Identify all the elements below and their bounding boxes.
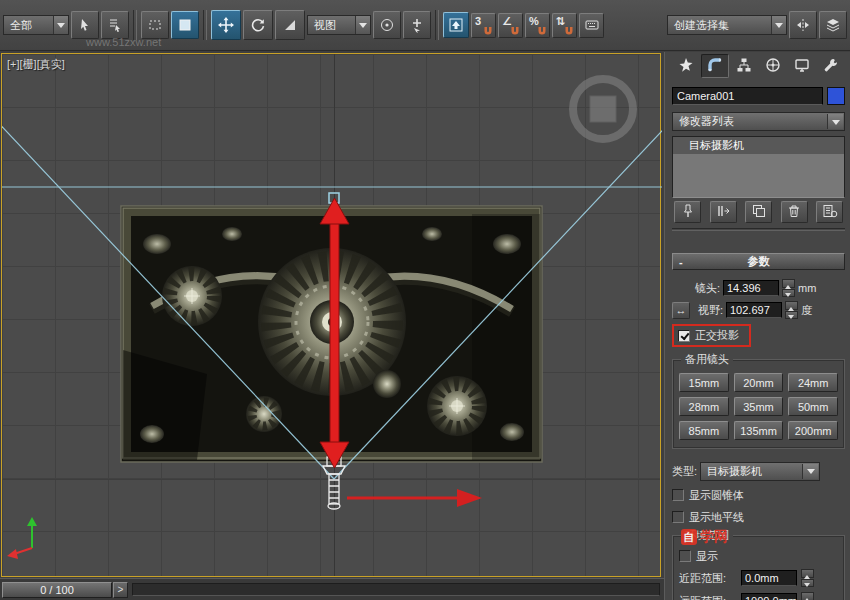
time-slider-handle[interactable]: 0 / 100	[2, 582, 112, 598]
percent-snap-button[interactable]: %	[525, 13, 550, 38]
show-horizon-checkbox[interactable]	[672, 511, 684, 523]
orthographic-checkbox[interactable]	[678, 330, 690, 342]
modifier-stack-buttons	[672, 200, 845, 224]
show-horizon-row: 显示地平线	[672, 509, 845, 525]
modify-pipe-icon	[707, 57, 723, 75]
pin-stack-button[interactable]	[674, 201, 701, 223]
collapse-icon: -	[679, 256, 683, 268]
window-crossing-toggle-button[interactable]	[171, 11, 199, 39]
selection-filter-value: 全部	[10, 18, 32, 33]
snap-3d-label: 3	[475, 15, 481, 27]
far-range-field[interactable]: 1000.0mm	[741, 593, 797, 600]
near-range-row: 近距范围: 0.0mm	[679, 569, 838, 587]
lens-50mm-button[interactable]: 50mm	[788, 397, 838, 416]
watermark-badge: 自	[681, 529, 697, 545]
site-watermark: www.51zxw.net	[86, 36, 161, 48]
orthographic-label: 正交投影	[695, 328, 739, 343]
spinner-snap-button[interactable]: ⇅	[552, 13, 577, 38]
lens-spinner[interactable]	[782, 279, 795, 297]
keyboard-override-button[interactable]	[579, 13, 604, 38]
motion-wheel-icon	[765, 57, 781, 75]
far-range-row: 远距范围: 1000.0mm	[679, 592, 838, 600]
fov-row: ↔ 视野: 102.697 度	[672, 301, 845, 319]
snap-toggle-3d-button[interactable]: 3	[471, 13, 496, 38]
select-and-scale-button[interactable]	[275, 10, 305, 40]
env-show-checkbox[interactable]	[679, 550, 691, 562]
fov-value-field[interactable]: 102.697	[726, 302, 782, 318]
command-panel-tabs	[672, 54, 845, 78]
show-end-result-icon	[715, 203, 731, 221]
command-panel: Camera001 修改器列表 目标摄影机 - 参数 镜头:	[664, 52, 850, 600]
mirror-button[interactable]	[789, 11, 817, 39]
annotation-highlight-box: 正交投影	[672, 324, 751, 347]
select-and-rotate-button[interactable]	[243, 10, 273, 40]
named-selection-set-dropdown[interactable]: 创建选择集	[667, 15, 787, 35]
rectangular-selection-region-button[interactable]	[141, 11, 169, 39]
view-navigation-ring[interactable]	[573, 79, 633, 139]
tab-motion[interactable]	[759, 54, 787, 78]
watermark-text: 学网	[700, 528, 728, 546]
magnet-icon	[510, 26, 520, 36]
lens-35mm-button[interactable]: 35mm	[734, 397, 784, 416]
go-up-toggle-button[interactable]	[443, 12, 469, 38]
fov-direction-button[interactable]: ↔	[672, 302, 690, 319]
list-cursor-icon	[107, 17, 123, 33]
far-range-label: 远距范围:	[679, 594, 737, 600]
dropdown-arrow-icon	[355, 16, 370, 34]
frame-display: 0 / 100	[40, 584, 74, 596]
lens-24mm-button[interactable]: 24mm	[788, 373, 838, 392]
select-object-button[interactable]	[71, 11, 99, 39]
remove-modifier-button[interactable]	[781, 201, 808, 223]
show-end-result-button[interactable]	[710, 201, 737, 223]
select-and-manipulate-button[interactable]	[403, 11, 431, 39]
near-range-field[interactable]: 0.0mm	[741, 570, 797, 586]
modifier-list-dropdown[interactable]: 修改器列表	[672, 112, 845, 131]
camera-type-dropdown[interactable]: 目标摄影机	[700, 462, 820, 481]
rotate-icon	[250, 17, 266, 33]
pin-icon	[680, 203, 696, 221]
tab-hierarchy[interactable]	[730, 54, 758, 78]
toolbar-separator	[203, 10, 207, 40]
viewport-label[interactable]: [+][栅][真实]	[7, 57, 65, 72]
angle-snap-button[interactable]: ∠	[498, 13, 523, 38]
near-range-spinner[interactable]	[801, 569, 814, 587]
far-range-spinner[interactable]	[801, 592, 814, 600]
lens-85mm-button[interactable]: 85mm	[679, 421, 729, 440]
select-and-move-button[interactable]	[211, 10, 241, 40]
parameters-rollout-header[interactable]: - 参数	[672, 253, 845, 270]
fov-spinner[interactable]	[785, 301, 798, 319]
use-pivot-center-button[interactable]	[373, 11, 401, 39]
layer-manager-button[interactable]	[819, 11, 847, 39]
next-frame-button[interactable]: >	[113, 582, 128, 598]
magnet-icon	[537, 26, 547, 36]
selection-filter-dropdown[interactable]: 全部	[3, 15, 69, 35]
lens-28mm-button[interactable]: 28mm	[679, 397, 729, 416]
object-color-swatch[interactable]	[827, 87, 845, 105]
show-cone-checkbox[interactable]	[672, 489, 684, 501]
object-name-field[interactable]: Camera001	[672, 87, 823, 105]
tutorial-site-watermark: 自 学网	[681, 528, 728, 546]
show-cone-label: 显示圆锥体	[689, 488, 744, 503]
lens-200mm-button[interactable]: 200mm	[788, 421, 838, 440]
camera-viewport[interactable]: [+][栅][真实]	[1, 53, 661, 577]
modifier-stack-item[interactable]: 目标摄影机	[673, 137, 844, 154]
tab-utilities[interactable]	[817, 54, 845, 78]
lens-135mm-button[interactable]: 135mm	[734, 421, 784, 440]
select-by-name-button[interactable]	[101, 11, 129, 39]
tab-display[interactable]	[788, 54, 816, 78]
make-unique-icon	[751, 203, 767, 221]
lens-value-field[interactable]: 14.396	[723, 280, 779, 296]
time-slider-track[interactable]	[132, 583, 660, 596]
tab-create[interactable]	[672, 54, 700, 78]
modifier-stack-list[interactable]: 目标摄影机	[672, 136, 845, 198]
lens-15mm-button[interactable]: 15mm	[679, 373, 729, 392]
show-horizon-label: 显示地平线	[689, 510, 744, 525]
lens-20mm-button[interactable]: 20mm	[734, 373, 784, 392]
hierarchy-icon	[736, 57, 752, 75]
reference-coordinate-dropdown[interactable]: 视图	[307, 15, 371, 35]
filled-rect-icon	[177, 17, 193, 33]
tab-modify[interactable]	[701, 54, 729, 78]
make-unique-button[interactable]	[745, 201, 772, 223]
parameters-title: 参数	[748, 254, 770, 269]
configure-modifier-sets-button[interactable]	[816, 201, 843, 223]
